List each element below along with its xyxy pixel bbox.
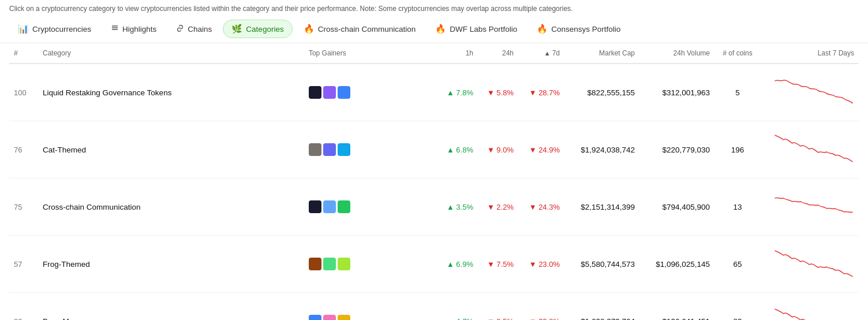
cell-sparkline [761, 293, 859, 321]
cell-1h: ▲ 7.8% [437, 64, 478, 121]
cell-24h: ▼ 8.5% [478, 293, 518, 321]
tab-icon-highlights [111, 24, 119, 34]
nav-tab-cryptocurrencies[interactable]: 📊Cryptocurrencies [9, 20, 100, 38]
nav-tab-cross-chain[interactable]: 🔥Cross-chain Communication [295, 20, 425, 38]
sort-arrow-icon: ▲ [544, 50, 552, 57]
table-row[interactable]: 80Base Meme▲ 4.7%▼ 8.5%▼ 22.8%$1,628,279… [9, 293, 859, 321]
nav-tab-categories[interactable]: 🌿Categories [223, 20, 292, 38]
coin-icon [323, 143, 336, 156]
cell-1h: ▲ 3.5% [437, 178, 478, 236]
nav-tab-highlights[interactable]: Highlights [102, 20, 165, 38]
tab-label-categories: Categories [246, 25, 283, 34]
cell-24h: ▼ 2.2% [478, 178, 518, 236]
cell-top-gainers [304, 236, 437, 293]
col-header-1h: 1h [437, 43, 478, 64]
coin-icon [323, 86, 336, 99]
cell-category[interactable]: Frog-Themed [38, 236, 304, 293]
tab-label-consensys: Consensys Portfolio [551, 25, 620, 34]
cell-coin-count: 13 [714, 178, 761, 236]
cell-coin-count: 83 [714, 293, 761, 321]
col-header-category: Category [38, 43, 304, 64]
cell-1h: ▲ 6.8% [437, 121, 478, 178]
sparkline-svg [773, 301, 854, 320]
table-body: 100Liquid Restaking Governance Tokens▲ 7… [9, 64, 859, 320]
table-row[interactable]: 75Cross-chain Communication▲ 3.5%▼ 2.2%▼… [9, 178, 859, 236]
col-header-gainers: Top Gainers [304, 43, 437, 64]
cell-market-cap: $822,555,155 [564, 64, 639, 121]
tab-icon-cryptocurrencies: 📊 [18, 24, 29, 34]
cell-7d: ▼ 23.0% [518, 236, 564, 293]
coin-icon [338, 315, 350, 320]
col-header-num: # [9, 43, 38, 64]
cell-rank: 100 [9, 64, 38, 121]
cell-market-cap: $1,924,038,742 [564, 121, 639, 178]
col-header-volume: 24h Volume [639, 43, 714, 64]
cell-top-gainers [304, 121, 437, 178]
col-header-24h: 24h [478, 43, 518, 64]
coin-icon [309, 258, 321, 270]
cell-category[interactable]: Liquid Restaking Governance Tokens [38, 64, 304, 121]
cell-rank: 76 [9, 121, 38, 178]
cell-market-cap: $2,151,314,399 [564, 178, 639, 236]
category-table: # Category Top Gainers 1h 24h ▲ 7d Marke… [9, 43, 859, 320]
category-table-container: # Category Top Gainers 1h 24h ▲ 7d Marke… [0, 43, 868, 320]
cell-volume: $1,096,025,145 [639, 236, 714, 293]
nav-tab-dwf[interactable]: 🔥DWF Labs Portfolio [426, 20, 526, 38]
col-header-market-cap: Market Cap [564, 43, 639, 64]
cell-market-cap: $5,580,744,573 [564, 236, 639, 293]
cell-category[interactable]: Base Meme [38, 293, 304, 321]
cell-7d: ▼ 28.7% [518, 64, 564, 121]
tab-icon-cross-chain: 🔥 [304, 24, 315, 34]
table-row[interactable]: 76Cat-Themed▲ 6.8%▼ 9.0%▼ 24.9%$1,924,03… [9, 121, 859, 178]
sparkline-svg [773, 244, 854, 284]
cell-top-gainers [304, 293, 437, 321]
nav-tab-chains[interactable]: Chains [167, 20, 220, 38]
col-header-chart: Last 7 Days [761, 43, 859, 64]
coin-icon [323, 315, 336, 320]
cell-rank: 80 [9, 293, 38, 321]
coin-icon [338, 258, 350, 270]
cell-top-gainers [304, 64, 437, 121]
cell-coin-count: 196 [714, 121, 761, 178]
tab-icon-categories: 🌿 [231, 24, 242, 34]
cell-sparkline [761, 121, 859, 178]
cell-volume: $220,779,030 [639, 121, 714, 178]
table-header-row: # Category Top Gainers 1h 24h ▲ 7d Marke… [9, 43, 859, 64]
cell-coin-count: 5 [714, 64, 761, 121]
cell-volume: $312,001,963 [639, 64, 714, 121]
navigation-tabs: 📊CryptocurrenciesHighlightsChains🌿Catego… [0, 15, 868, 43]
table-row[interactable]: 100Liquid Restaking Governance Tokens▲ 7… [9, 64, 859, 121]
cell-sparkline [761, 64, 859, 121]
coin-icon [338, 200, 350, 213]
sparkline-svg [773, 187, 854, 227]
cell-24h: ▼ 7.5% [478, 236, 518, 293]
cell-24h: ▼ 9.0% [478, 121, 518, 178]
top-note: Click on a cryptocurrency category to vi… [0, 0, 868, 15]
tab-icon-chains [176, 24, 184, 34]
table-row[interactable]: 57Frog-Themed▲ 6.9%▼ 7.5%▼ 23.0%$5,580,7… [9, 236, 859, 293]
cell-24h: ▼ 5.8% [478, 64, 518, 121]
cell-category[interactable]: Cross-chain Communication [38, 178, 304, 236]
coin-icon [309, 86, 321, 99]
cell-7d: ▼ 24.3% [518, 178, 564, 236]
sparkline-svg [773, 72, 854, 113]
coin-icon [309, 315, 321, 320]
tab-icon-dwf: 🔥 [435, 24, 446, 34]
nav-tab-consensys[interactable]: 🔥Consensys Portfolio [528, 20, 629, 38]
tab-label-chains: Chains [188, 25, 212, 34]
col-header-coins: # of coins [714, 43, 761, 64]
tab-icon-consensys: 🔥 [537, 24, 548, 34]
sparkline-svg [773, 129, 854, 170]
cell-7d: ▼ 22.8% [518, 293, 564, 321]
cell-sparkline [761, 236, 859, 293]
cell-volume: $794,405,900 [639, 178, 714, 236]
col-header-7d: ▲ 7d [518, 43, 564, 64]
tab-label-dwf: DWF Labs Portfolio [450, 25, 517, 34]
tab-label-highlights: Highlights [122, 25, 156, 34]
cell-category[interactable]: Cat-Themed [38, 121, 304, 178]
coin-icon [323, 200, 336, 213]
coin-icon [338, 86, 350, 99]
cell-sparkline [761, 178, 859, 236]
cell-rank: 75 [9, 178, 38, 236]
cell-market-cap: $1,628,279,764 [564, 293, 639, 321]
